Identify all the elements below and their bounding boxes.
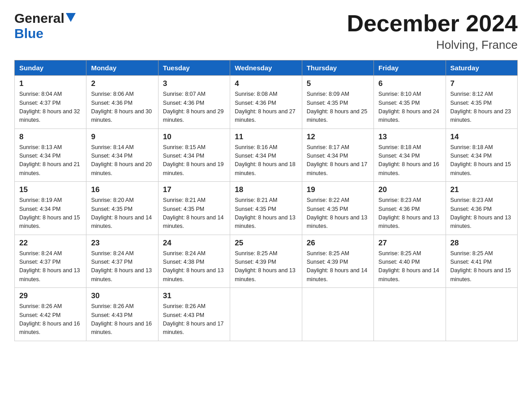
day-info: Sunrise: 8:22 AM Sunset: 4:35 PM Dayligh… [307, 196, 369, 231]
calendar-cell: 22 Sunrise: 8:24 AM Sunset: 4:37 PM Dayl… [15, 235, 86, 288]
day-number: 19 [307, 185, 369, 194]
day-number: 16 [91, 185, 153, 194]
day-number: 10 [163, 133, 225, 141]
day-info: Sunrise: 8:26 AM Sunset: 4:43 PM Dayligh… [163, 302, 225, 337]
day-number: 2 [91, 79, 153, 88]
calendar-cell [302, 288, 373, 341]
calendar-cell: 28 Sunrise: 8:25 AM Sunset: 4:41 PM Dayl… [446, 235, 517, 288]
day-info: Sunrise: 8:26 AM Sunset: 4:43 PM Dayligh… [91, 302, 153, 337]
col-monday: Monday [86, 60, 158, 76]
day-info: Sunrise: 8:13 AM Sunset: 4:34 PM Dayligh… [19, 143, 82, 178]
day-info: Sunrise: 8:20 AM Sunset: 4:35 PM Dayligh… [91, 196, 153, 231]
day-info: Sunrise: 8:24 AM Sunset: 4:38 PM Dayligh… [163, 249, 225, 284]
day-info: Sunrise: 8:23 AM Sunset: 4:36 PM Dayligh… [450, 196, 513, 231]
day-info: Sunrise: 8:25 AM Sunset: 4:40 PM Dayligh… [378, 249, 441, 284]
day-number: 5 [307, 79, 369, 88]
week-row-4: 22 Sunrise: 8:24 AM Sunset: 4:37 PM Dayl… [15, 235, 518, 288]
day-number: 15 [19, 185, 82, 194]
logo: General Blue [14, 11, 76, 41]
calendar-cell: 5 Sunrise: 8:09 AM Sunset: 4:35 PM Dayli… [302, 76, 373, 129]
logo-blue-text: Blue [14, 26, 76, 41]
calendar-table: Sunday Monday Tuesday Wednesday Thursday… [14, 60, 518, 341]
calendar-header-row: Sunday Monday Tuesday Wednesday Thursday… [15, 60, 518, 76]
month-title: December 2024 [347, 11, 518, 36]
calendar-cell: 16 Sunrise: 8:20 AM Sunset: 4:35 PM Dayl… [86, 182, 158, 235]
calendar-cell: 6 Sunrise: 8:10 AM Sunset: 4:35 PM Dayli… [374, 76, 446, 129]
day-info: Sunrise: 8:24 AM Sunset: 4:37 PM Dayligh… [19, 249, 82, 284]
calendar-cell [446, 288, 517, 341]
day-number: 21 [450, 185, 513, 194]
day-info: Sunrise: 8:10 AM Sunset: 4:35 PM Dayligh… [378, 90, 441, 125]
title-block: December 2024 Holving, France [347, 11, 518, 52]
calendar-cell: 4 Sunrise: 8:08 AM Sunset: 4:36 PM Dayli… [230, 76, 302, 129]
day-info: Sunrise: 8:18 AM Sunset: 4:34 PM Dayligh… [450, 143, 513, 178]
col-friday: Friday [374, 60, 446, 76]
calendar-cell: 2 Sunrise: 8:06 AM Sunset: 4:36 PM Dayli… [86, 76, 158, 129]
day-number: 4 [235, 79, 297, 88]
day-number: 9 [91, 133, 153, 141]
day-info: Sunrise: 8:24 AM Sunset: 4:37 PM Dayligh… [91, 249, 153, 284]
calendar-cell: 14 Sunrise: 8:18 AM Sunset: 4:34 PM Dayl… [446, 128, 517, 182]
calendar-cell: 26 Sunrise: 8:25 AM Sunset: 4:39 PM Dayl… [302, 235, 373, 288]
calendar-cell: 31 Sunrise: 8:26 AM Sunset: 4:43 PM Dayl… [158, 288, 230, 341]
day-info: Sunrise: 8:06 AM Sunset: 4:36 PM Dayligh… [91, 90, 153, 125]
day-info: Sunrise: 8:08 AM Sunset: 4:36 PM Dayligh… [235, 90, 297, 125]
day-number: 25 [235, 239, 297, 248]
calendar-cell: 30 Sunrise: 8:26 AM Sunset: 4:43 PM Dayl… [86, 288, 158, 341]
week-row-3: 15 Sunrise: 8:19 AM Sunset: 4:34 PM Dayl… [15, 182, 518, 235]
calendar-cell: 29 Sunrise: 8:26 AM Sunset: 4:42 PM Dayl… [15, 288, 86, 341]
calendar-cell: 20 Sunrise: 8:23 AM Sunset: 4:36 PM Dayl… [374, 182, 446, 235]
week-row-2: 8 Sunrise: 8:13 AM Sunset: 4:34 PM Dayli… [15, 128, 518, 182]
day-number: 3 [163, 79, 225, 88]
day-number: 29 [19, 291, 82, 300]
calendar-cell: 21 Sunrise: 8:23 AM Sunset: 4:36 PM Dayl… [446, 182, 517, 235]
day-info: Sunrise: 8:23 AM Sunset: 4:36 PM Dayligh… [378, 196, 441, 231]
day-number: 13 [378, 133, 441, 141]
calendar-cell: 8 Sunrise: 8:13 AM Sunset: 4:34 PM Dayli… [15, 128, 86, 182]
col-thursday: Thursday [302, 60, 373, 76]
calendar-cell: 10 Sunrise: 8:15 AM Sunset: 4:34 PM Dayl… [158, 128, 230, 182]
day-number: 8 [19, 133, 82, 141]
col-sunday: Sunday [15, 60, 86, 76]
col-saturday: Saturday [446, 60, 517, 76]
day-number: 12 [307, 133, 369, 141]
day-info: Sunrise: 8:21 AM Sunset: 4:35 PM Dayligh… [235, 196, 297, 231]
day-info: Sunrise: 8:09 AM Sunset: 4:35 PM Dayligh… [307, 90, 369, 125]
col-tuesday: Tuesday [158, 60, 230, 76]
day-info: Sunrise: 8:25 AM Sunset: 4:41 PM Dayligh… [450, 249, 513, 284]
calendar-cell: 1 Sunrise: 8:04 AM Sunset: 4:37 PM Dayli… [15, 76, 86, 129]
day-number: 26 [307, 239, 369, 248]
day-info: Sunrise: 8:26 AM Sunset: 4:42 PM Dayligh… [19, 302, 82, 337]
day-info: Sunrise: 8:16 AM Sunset: 4:34 PM Dayligh… [235, 143, 297, 178]
day-number: 11 [235, 133, 297, 141]
calendar-cell: 27 Sunrise: 8:25 AM Sunset: 4:40 PM Dayl… [374, 235, 446, 288]
page-header: General Blue December 2024 Holving, Fran… [14, 11, 518, 52]
calendar-cell: 13 Sunrise: 8:18 AM Sunset: 4:34 PM Dayl… [374, 128, 446, 182]
day-number: 22 [19, 239, 82, 248]
day-number: 31 [163, 291, 225, 300]
calendar-cell: 24 Sunrise: 8:24 AM Sunset: 4:38 PM Dayl… [158, 235, 230, 288]
day-info: Sunrise: 8:14 AM Sunset: 4:34 PM Dayligh… [91, 143, 153, 178]
calendar-cell: 15 Sunrise: 8:19 AM Sunset: 4:34 PM Dayl… [15, 182, 86, 235]
day-number: 23 [91, 239, 153, 248]
day-info: Sunrise: 8:25 AM Sunset: 4:39 PM Dayligh… [307, 249, 369, 284]
day-info: Sunrise: 8:04 AM Sunset: 4:37 PM Dayligh… [19, 90, 82, 125]
calendar-cell: 17 Sunrise: 8:21 AM Sunset: 4:35 PM Dayl… [158, 182, 230, 235]
day-number: 28 [450, 239, 513, 248]
calendar-cell: 3 Sunrise: 8:07 AM Sunset: 4:36 PM Dayli… [158, 76, 230, 129]
day-number: 18 [235, 185, 297, 194]
svg-marker-0 [66, 13, 76, 22]
day-info: Sunrise: 8:07 AM Sunset: 4:36 PM Dayligh… [163, 90, 225, 125]
day-number: 30 [91, 291, 153, 300]
calendar-cell: 19 Sunrise: 8:22 AM Sunset: 4:35 PM Dayl… [302, 182, 373, 235]
calendar-cell: 7 Sunrise: 8:12 AM Sunset: 4:35 PM Dayli… [446, 76, 517, 129]
logo-arrow-icon [66, 13, 76, 24]
day-info: Sunrise: 8:25 AM Sunset: 4:39 PM Dayligh… [235, 249, 297, 284]
calendar-cell: 9 Sunrise: 8:14 AM Sunset: 4:34 PM Dayli… [86, 128, 158, 182]
calendar-cell: 12 Sunrise: 8:17 AM Sunset: 4:34 PM Dayl… [302, 128, 373, 182]
day-number: 7 [450, 79, 513, 88]
day-info: Sunrise: 8:12 AM Sunset: 4:35 PM Dayligh… [450, 90, 513, 125]
day-info: Sunrise: 8:21 AM Sunset: 4:35 PM Dayligh… [163, 196, 225, 231]
logo-general-text: General [14, 11, 64, 26]
calendar-cell [230, 288, 302, 341]
